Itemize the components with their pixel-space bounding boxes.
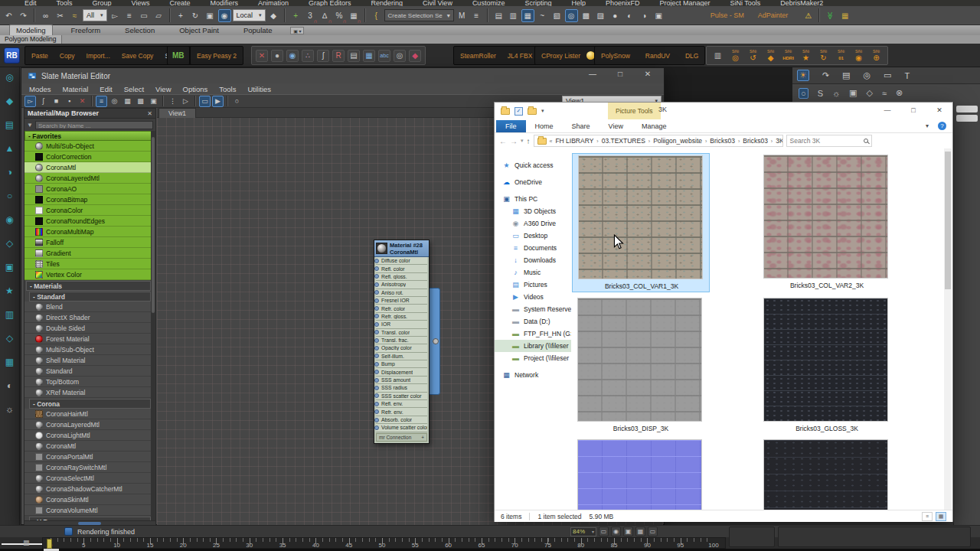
render-iterative-icon[interactable]: ◐ <box>623 9 636 22</box>
sidebar-item-onedrive[interactable]: ☁OneDrive <box>495 176 571 188</box>
slot-socket-icon[interactable] <box>374 338 379 343</box>
tab-modeling[interactable]: Modeling <box>9 24 53 35</box>
sini-refresh-icon[interactable]: SiNi↻ <box>816 49 831 63</box>
explorer-tab-share[interactable]: Share <box>563 121 599 132</box>
browser-item-coronarayswitchmtl[interactable]: CoronaRaySwitchMtl <box>24 462 152 473</box>
curve-editor-icon[interactable]: ~ <box>536 9 549 22</box>
slot-socket-icon[interactable] <box>374 402 379 406</box>
sidebar-item-system-reserve[interactable]: ▬System Reserve <box>495 303 571 315</box>
picture-tools-label[interactable]: Picture Tools <box>608 103 661 119</box>
browser-header[interactable]: Material/Map Browser ✕ <box>24 109 155 119</box>
browser-vertical-scrollbar[interactable] <box>151 131 155 522</box>
sphere-pair-icon[interactable]: ● <box>271 50 283 62</box>
sidebar-item-ftp_fh_hn-g-[interactable]: ▬FTP_FH_HN (G:) <box>495 328 571 340</box>
up-icon[interactable]: ↑ <box>527 137 531 145</box>
explorer-tab-manage[interactable]: Manage <box>632 121 676 132</box>
breadcrumb-segment[interactable]: Bricks03 <box>710 137 735 145</box>
browser-item-forest-material[interactable]: Forest Material <box>24 334 152 344</box>
browser-group-standard[interactable]: - Standard <box>29 292 151 302</box>
file-tile[interactable] <box>758 438 896 510</box>
percent-snap-icon[interactable]: %∩ <box>333 9 346 22</box>
slate-menu-utilities[interactable]: Utilities <box>247 85 271 93</box>
browser-item-directx-shader[interactable]: DirectX Shader <box>24 312 152 323</box>
tab-freeform[interactable]: Freeform <box>65 25 107 35</box>
explorer-tab-view[interactable]: View <box>599 121 632 132</box>
render-in-cloud-icon[interactable]: ▣ <box>652 9 665 22</box>
select-and-link-icon[interactable]: ∞ <box>39 9 52 22</box>
select-and-scale-icon[interactable]: ▣ <box>204 9 217 22</box>
activeshade-icon[interactable]: ◑ <box>638 9 651 22</box>
node-slot-anisotropy[interactable]: Anisotropy <box>376 281 427 289</box>
ribbon-config-icon[interactable]: ▣ ▾ <box>290 27 304 34</box>
redo-icon[interactable]: ↷ <box>17 9 30 22</box>
schematic-view-icon[interactable]: ▧ <box>550 9 564 22</box>
sidebar-item-network[interactable]: ▦Network <box>495 369 571 381</box>
menu-views[interactable]: Views <box>132 0 150 6</box>
left-tool-icon[interactable]: ◑ <box>7 167 12 178</box>
copy-button[interactable]: Copy <box>60 52 75 60</box>
left-tool-icon[interactable]: ▲ <box>5 143 15 154</box>
browser-item-standard[interactable]: Standard <box>24 366 152 377</box>
node-slot-ior[interactable]: IOR <box>376 321 427 328</box>
node-slot-bump[interactable]: Bump <box>376 360 427 368</box>
node-slot-refl-env-[interactable]: Refl. env. <box>376 400 427 408</box>
time-slider-track[interactable]: 0510152025303540455055606570758085909510… <box>42 537 726 549</box>
node-slot-diffuse-color[interactable]: Diffuse color <box>376 257 427 265</box>
grid-layout-icon[interactable]: ▦ <box>838 9 851 22</box>
slot-socket-icon[interactable] <box>374 306 379 311</box>
assign-material-to-selection-icon[interactable]: ■ <box>51 96 62 107</box>
slot-socket-icon[interactable] <box>374 298 379 303</box>
toggle-scene-explorer-icon[interactable]: ▤ <box>492 9 505 22</box>
mb-button[interactable]: MB <box>172 51 185 60</box>
geometry-icon[interactable]: ○ <box>799 88 808 99</box>
browser-item-multi-sub-object[interactable]: Multi/Sub-Object <box>24 141 152 152</box>
browser-item-coronamtl[interactable]: CoronaMtl <box>24 162 152 173</box>
node-slot-refl-gloss-[interactable]: Refl. gloss. <box>376 273 427 281</box>
select-and-move-icon[interactable]: + <box>175 9 188 22</box>
breadcrumb-segment[interactable]: Bricks03 <box>743 137 768 145</box>
zoom-selected-icon[interactable]: ▭ <box>648 527 658 536</box>
delete-selected-icon[interactable]: ✕ <box>77 96 88 107</box>
sini-scatter-icon[interactable]: SiNi★ <box>799 49 813 63</box>
shapes-icon[interactable]: S <box>818 89 823 98</box>
browser-item-coronaroundedges[interactable]: CoronaRoundEdges <box>24 216 152 227</box>
menu-modifiers[interactable]: Modifiers <box>210 0 238 6</box>
node-slot-refl-color[interactable]: Refl. color <box>376 265 427 272</box>
pick-material-from-object-icon[interactable]: ʃ <box>38 96 49 107</box>
search-box[interactable]: Search 3K <box>786 135 872 147</box>
menu-create[interactable]: Create <box>169 0 190 6</box>
node-slot-refr-color[interactable]: Refr. color <box>376 305 427 312</box>
filter-icon[interactable]: ▼ <box>27 122 33 129</box>
reference-coordinate-dropdown[interactable]: Local▾ <box>233 9 266 21</box>
eyes-icon[interactable]: ◎ <box>394 50 406 62</box>
menu-help[interactable]: Help <box>571 0 586 6</box>
sidebar-item-a360-drive[interactable]: ◉A360 Drive <box>495 217 571 230</box>
node-slot-transl-frac-[interactable]: Transl. frac. <box>376 337 427 344</box>
hide-unused-nodeslots-icon[interactable]: ◎ <box>109 96 120 107</box>
browser-item-blend[interactable]: Blend <box>24 302 152 312</box>
sini-update-icon[interactable]: ≫ <box>824 9 837 22</box>
browser-item-top-bottom[interactable]: Top/Bottom <box>24 377 152 387</box>
browser-item-coronaao[interactable]: CoronaAO <box>24 184 152 194</box>
unlink-selection-icon[interactable]: ✂ <box>54 9 67 22</box>
time-slider-marker[interactable] <box>47 539 52 549</box>
rxyz-icon[interactable]: R <box>332 50 345 62</box>
browser-item-falloff[interactable]: Falloff <box>24 237 152 248</box>
spinner-snap-icon[interactable]: ▦∩ <box>348 9 361 22</box>
sini-binary-icon[interactable]: SiNi01 <box>834 49 848 63</box>
sini-hdri-icon[interactable]: SiNiHDRI <box>781 49 795 63</box>
menu-customize[interactable]: Customize <box>472 0 505 6</box>
left-tool-icon[interactable]: ◇ <box>6 238 13 249</box>
browser-group-corona[interactable]: - Corona <box>29 399 151 409</box>
slot-socket-icon[interactable] <box>374 362 379 367</box>
node-output-socket[interactable] <box>433 338 439 344</box>
slate-menu-tools[interactable]: Tools <box>219 85 236 93</box>
randuv-button[interactable]: RandUV <box>645 52 670 60</box>
browser-item-coronamtl[interactable]: CoronaMtl <box>24 441 152 452</box>
sidebar-item-project-fileser[interactable]: ▬Project (\\fileser <box>495 352 571 364</box>
utilities-tab-icon[interactable]: T <box>905 71 910 80</box>
explorer-close-button[interactable]: ✕ <box>926 103 952 118</box>
address-field[interactable]: «FH LIBRARY›03.TEXTURES›Poliigon_website… <box>534 135 783 147</box>
browser-item-coronahairmtl[interactable]: CoronaHairMtl <box>24 409 152 419</box>
left-tool-icon[interactable]: ▣ <box>5 262 14 272</box>
